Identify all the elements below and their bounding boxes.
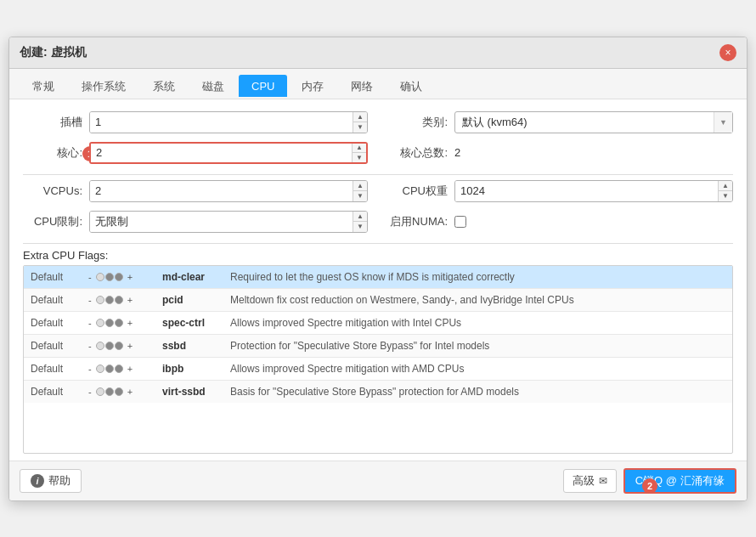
toggle-plus[interactable]: + xyxy=(125,317,135,329)
toggle-minus[interactable]: - xyxy=(86,317,94,329)
submit-button[interactable]: C锁Q @ 汇涌有缘 xyxy=(623,468,736,494)
numa-checkbox[interactable] xyxy=(454,216,466,228)
flag-toggle[interactable]: - + xyxy=(79,357,155,380)
flag-toggle[interactable]: - + xyxy=(79,311,155,334)
core-down-arrow[interactable]: ▼ xyxy=(353,153,366,162)
flag-desc: Required to let the guest OS know if MDS… xyxy=(223,266,732,289)
table-row[interactable]: Default - + spec-ctrlAllows improved Spe… xyxy=(24,311,732,334)
vcpu-row: VCPUs: ▲ ▼ xyxy=(23,180,368,202)
cpu-weight-down-arrow[interactable]: ▼ xyxy=(719,191,732,201)
table-row[interactable]: Default - + pcidMeltdown fix cost reduct… xyxy=(24,288,732,311)
toggle-minus[interactable]: - xyxy=(86,340,94,352)
toggle-dot-2 xyxy=(105,342,114,350)
help-label: 帮助 xyxy=(48,473,71,489)
flag-name: ssbd xyxy=(155,334,223,357)
cpu-weight-row: CPU权重 ▲ ▼ xyxy=(388,180,733,202)
cpu-limit-input[interactable] xyxy=(90,212,353,232)
numa-label: 启用NUMA: xyxy=(388,214,448,229)
flag-desc: Allows improved Spectre mitigation with … xyxy=(223,311,732,334)
advanced-mail-icon: ✉ xyxy=(599,475,607,487)
footer-left: i 帮助 xyxy=(20,469,82,493)
cpu-weight-input[interactable] xyxy=(455,181,718,201)
toggle-plus[interactable]: + xyxy=(125,386,135,398)
flags-table-wrap[interactable]: Default - + md-clearRequired to let the … xyxy=(23,265,733,454)
cpu-weight-arrows: ▲ ▼ xyxy=(718,181,732,201)
table-row[interactable]: Default - + ibpbAllows improved Spectre … xyxy=(24,357,732,380)
tab-disk[interactable]: 磁盘 xyxy=(189,74,237,99)
toggle-minus[interactable]: - xyxy=(86,271,94,283)
vcpu-spinbox[interactable]: ▲ ▼ xyxy=(89,180,368,202)
tab-network[interactable]: 网络 xyxy=(338,74,386,99)
numa-row: 启用NUMA: xyxy=(388,211,733,233)
divider-1 xyxy=(23,174,733,175)
core-row: 核心: ▲ ▼ xyxy=(23,142,368,164)
cpu-weight-up-arrow[interactable]: ▲ xyxy=(719,181,732,192)
close-button[interactable]: × xyxy=(719,44,736,61)
tab-system[interactable]: 系统 xyxy=(140,74,188,99)
flag-toggle[interactable]: - + xyxy=(79,288,155,311)
toggle-dot-1 xyxy=(96,342,104,350)
toggle-plus[interactable]: + xyxy=(125,340,135,352)
core-total-label: 核心总数: xyxy=(388,145,448,161)
toggle-dot-1 xyxy=(96,387,104,396)
tab-general[interactable]: 常规 xyxy=(20,74,67,99)
toggle-dot-2 xyxy=(105,273,114,281)
extra-flags-section: Extra CPU Flags: Default - + md-clearReq… xyxy=(23,249,733,454)
flag-default: Default xyxy=(24,380,79,403)
toggle-dot-2 xyxy=(105,319,114,327)
table-row[interactable]: Default - + ssbdProtection for "Speculat… xyxy=(24,334,732,357)
flag-toggle[interactable]: - + xyxy=(79,266,155,289)
core-up-arrow[interactable]: ▲ xyxy=(353,144,366,154)
flag-desc: Protection for "Speculative Store Bypass… xyxy=(223,334,732,357)
dialog-title: 创建: 虚拟机 xyxy=(20,45,87,60)
toggle-plus[interactable]: + xyxy=(125,271,135,283)
core-spinbox[interactable]: ▲ ▼ xyxy=(89,142,368,164)
toggle-minus[interactable]: - xyxy=(86,294,94,306)
toggle-dot-3 xyxy=(115,365,123,373)
cpu-limit-down-arrow[interactable]: ▼ xyxy=(353,222,367,232)
tab-cpu[interactable]: CPU xyxy=(239,75,287,97)
help-button[interactable]: i 帮助 xyxy=(20,469,82,493)
cpu-limit-spinbox[interactable]: ▲ ▼ xyxy=(89,211,368,233)
toggle-dot-3 xyxy=(115,387,123,396)
form-grid-2: VCPUs: ▲ ▼ CPU权重 xyxy=(23,180,733,233)
table-row[interactable]: Default - + virt-ssbdBasis for "Speculat… xyxy=(24,380,732,403)
category-value: 默认 (kvm64) xyxy=(455,115,714,130)
slot-input[interactable] xyxy=(90,112,353,133)
core-arrows: ▲ ▼ xyxy=(352,144,366,162)
toggle-dot-1 xyxy=(96,319,104,327)
toggle-dot-3 xyxy=(115,273,123,281)
flag-name: ibpb xyxy=(155,357,223,380)
slot-spinbox[interactable]: ▲ ▼ xyxy=(89,111,368,133)
table-row[interactable]: Default - + md-clearRequired to let the … xyxy=(24,266,732,289)
toggle-dot-3 xyxy=(115,319,123,327)
vcpu-down-arrow[interactable]: ▼ xyxy=(353,191,367,201)
core-input[interactable] xyxy=(91,144,352,162)
vcpu-arrows: ▲ ▼ xyxy=(353,181,367,201)
toggle-dot-3 xyxy=(115,342,123,350)
cpu-limit-row: CPU限制: ▲ ▼ xyxy=(23,211,368,233)
toggle-minus[interactable]: - xyxy=(86,386,94,398)
content-area: 插槽 ▲ ▼ 类别: 默认 (kvm64) ▼ xyxy=(9,99,747,461)
advanced-button[interactable]: 高级 ✉ xyxy=(563,469,617,493)
slot-down-arrow[interactable]: ▼ xyxy=(353,122,367,133)
toggle-plus[interactable]: + xyxy=(125,363,135,375)
toggle-minus[interactable]: - xyxy=(86,363,94,375)
vcpu-input[interactable] xyxy=(90,181,353,201)
toggle-dot-2 xyxy=(105,365,114,373)
toggle-plus[interactable]: + xyxy=(125,294,135,306)
category-dropdown-arrow[interactable]: ▼ xyxy=(714,112,732,133)
cpu-limit-up-arrow[interactable]: ▲ xyxy=(353,212,367,223)
flag-toggle[interactable]: - + xyxy=(79,380,155,403)
category-row: 类别: 默认 (kvm64) ▼ xyxy=(388,111,733,133)
cpu-weight-spinbox[interactable]: ▲ ▼ xyxy=(454,180,733,202)
tab-confirm[interactable]: 确认 xyxy=(387,74,435,99)
flag-toggle[interactable]: - + xyxy=(79,334,155,357)
tab-memory[interactable]: 内存 xyxy=(289,74,336,99)
vcpu-up-arrow[interactable]: ▲ xyxy=(353,181,367,192)
flag-default: Default xyxy=(24,357,79,380)
slot-up-arrow[interactable]: ▲ xyxy=(353,112,367,123)
category-select[interactable]: 默认 (kvm64) ▼ xyxy=(454,111,733,133)
cpu-limit-label: CPU限制: xyxy=(23,214,82,229)
tab-os[interactable]: 操作系统 xyxy=(69,74,138,99)
